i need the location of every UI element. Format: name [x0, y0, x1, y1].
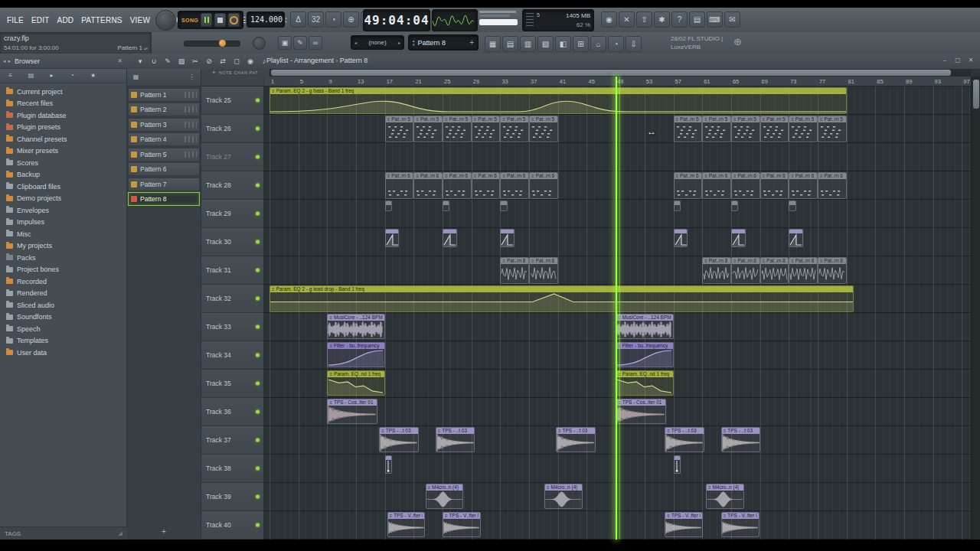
automation-clip[interactable]: ≡Filter - bu..frequency [616, 342, 673, 367]
tags-bar[interactable]: TAGS ◢ [0, 527, 127, 540]
browser-item[interactable]: Plugin database [0, 109, 126, 122]
pattern-clip[interactable]: ≡Pat..rn 5 [472, 116, 501, 142]
browser-item[interactable]: Recorded [0, 276, 126, 288]
pattern-clip[interactable]: ≡Pat..rn 5 [529, 116, 558, 142]
one-click-record-icon[interactable]: ◉ [601, 11, 617, 28]
browser-play-icon[interactable]: ▸ [46, 70, 57, 81]
browser-item[interactable]: Clipboard files [0, 181, 126, 193]
pattern-clip[interactable]: ≡Pat..rn 6 [443, 172, 472, 199]
browser-item[interactable]: Scores [0, 157, 126, 169]
pattern-selector[interactable]: ▴▾ Pattern 8 + [408, 34, 479, 51]
audio-clip[interactable] [789, 229, 803, 247]
pattern-clip[interactable]: ≡Pat..rn 5 [702, 116, 731, 142]
pattern-spinner-icon[interactable]: ▴▾ [144, 46, 148, 51]
playlist-menu-icon[interactable]: ▾ [134, 55, 146, 67]
menu-item-edit[interactable]: EDIT [28, 16, 54, 24]
piano-keyboard-icon[interactable]: ▤ [689, 11, 705, 28]
automation-clip[interactable]: ≡Param. EQ..nd 1 freq [327, 370, 384, 396]
track-header[interactable]: Track 35 [201, 370, 263, 398]
browser-back-icon[interactable]: ◂ [3, 58, 6, 64]
channel-rack-icon[interactable]: ▥ [520, 36, 536, 52]
time-display[interactable]: 49:04:04 [363, 9, 430, 31]
browser-item[interactable]: Current project [0, 86, 126, 98]
track-led[interactable] [256, 127, 260, 131]
typing-piano-icon[interactable]: ▣ [278, 36, 292, 50]
browser-item[interactable]: Impulses [0, 217, 126, 229]
track-header[interactable]: Track 33 [201, 313, 263, 341]
precount-icon[interactable]: 32 [308, 11, 324, 28]
pattern-clip[interactable]: ≡Pat..rn 6 [413, 172, 443, 199]
browser-close-icon[interactable]: ✕ [117, 57, 124, 64]
automation-clip[interactable]: ≡Param. EQ 2 - g bass - Band 1 freq [270, 87, 847, 114]
picker-grid-icon[interactable]: ▦ [130, 72, 142, 83]
mixer-icon[interactable]: ▧ [537, 36, 554, 52]
pattern-list-item[interactable]: Pattern 7 [128, 178, 200, 191]
piano-roll-icon[interactable]: ▤ [502, 36, 518, 52]
browser-forward-icon[interactable]: ▸ [8, 58, 11, 64]
menu-item-add[interactable]: ADD [54, 16, 78, 24]
track-header[interactable]: Track 38 [201, 455, 263, 483]
audio-clip[interactable]: ≡TPS - V..fter 01 [443, 512, 481, 537]
plugin-picker-icon[interactable]: ⊞ [573, 36, 589, 52]
track-led[interactable] [256, 297, 260, 301]
browser-item[interactable]: Soundfonts [0, 311, 126, 324]
vscroll-handle[interactable] [973, 80, 979, 109]
pattern-clip[interactable] [731, 201, 738, 211]
pattern-clip[interactable]: ≡Pat..rn 8 [789, 257, 818, 284]
audio-clip[interactable]: ≡TPS - Cos..lter 01 [327, 399, 377, 424]
draw-tool-icon[interactable]: ✎ [162, 55, 174, 67]
horizontal-scrollbar[interactable] [270, 69, 971, 77]
track-header[interactable]: Track 34 [201, 341, 263, 370]
track-header[interactable]: Track 25 [201, 86, 263, 115]
pattern-list-item[interactable]: Pattern 1 [128, 88, 200, 102]
maximize-button[interactable]: ▢ [952, 55, 963, 66]
audio-clip[interactable]: ≡TPS - Cos..lter 01 [616, 399, 666, 424]
delete-tool-icon[interactable]: ✂ [189, 55, 201, 67]
pattern-clip[interactable]: ≡Pat..rn 8 [818, 257, 847, 284]
browser-item[interactable]: Speech [0, 323, 126, 335]
browser-item[interactable]: Rendered [0, 288, 126, 300]
pattern-clip[interactable] [500, 201, 507, 211]
close-windows-icon[interactable]: ✕ [619, 11, 635, 28]
zoom-tool-icon[interactable]: ◉ [244, 55, 256, 67]
current-pattern-label[interactable]: Pattern 1 ▴▾ [118, 44, 149, 51]
audio-clip[interactable]: ≡TPS - V..fter 01 [387, 512, 426, 537]
track-led[interactable] [256, 325, 260, 329]
pattern-clip[interactable]: ≡Pat..rn 6 [760, 172, 789, 199]
audio-clip[interactable]: ≡M4cro..n (4) [706, 484, 744, 509]
browser-item[interactable]: Templates [0, 335, 126, 347]
pattern-clip[interactable] [385, 201, 392, 211]
browser-collection-icon[interactable]: ≡ [5, 70, 16, 81]
audio-clip[interactable]: ≡M4cro..n (4) [544, 484, 583, 509]
browser-file-icon[interactable]: ▤ [25, 70, 37, 81]
browser-item[interactable]: Packs [0, 252, 126, 264]
slider-handle[interactable] [219, 40, 226, 47]
track-led[interactable] [256, 269, 260, 272]
bpm-display[interactable]: 124.000 ▴▾ [247, 11, 285, 28]
track-header[interactable]: Track 31 [201, 256, 263, 285]
pattern-list-item[interactable]: Pattern 3 [128, 118, 200, 132]
audio-clip[interactable] [674, 455, 681, 474]
pattern-clip[interactable]: ≡Pat..rn 5 [789, 116, 818, 142]
pattern-clip[interactable]: ≡Pat..rn 5 [731, 116, 760, 142]
track-led[interactable] [256, 382, 260, 386]
marker-prev-icon[interactable]: ◂ [354, 40, 357, 45]
track-led[interactable] [256, 523, 260, 527]
track-header[interactable]: Track 26 [201, 115, 263, 143]
main-pitch-knob[interactable] [253, 37, 266, 50]
pattern-list-item[interactable]: Pattern 5 [128, 148, 200, 161]
vertical-scrollbar[interactable] [971, 77, 980, 540]
audio-clip[interactable]: ≡TPS - ..t 03 [665, 427, 704, 452]
pattern-list-item[interactable]: Pattern 8 [128, 192, 200, 206]
track-led[interactable] [256, 495, 260, 499]
pattern-clip[interactable]: ≡Pat..rn 8 [760, 257, 789, 284]
track-led[interactable] [256, 439, 260, 442]
audio-clip[interactable] [674, 229, 688, 247]
browser-star-icon[interactable]: ★ [87, 70, 99, 81]
record-button[interactable] [228, 13, 240, 27]
slip-tool-icon[interactable]: ⇄ [217, 55, 229, 67]
audio-clip[interactable]: ≡TPS - V..fter 01 [665, 512, 703, 537]
pattern-clip[interactable]: ≡Pat..rn 8 [529, 257, 558, 284]
pattern-clip[interactable]: ≡Pat..rn 5 [500, 116, 529, 142]
gear-icon[interactable]: ✱ [654, 11, 670, 28]
